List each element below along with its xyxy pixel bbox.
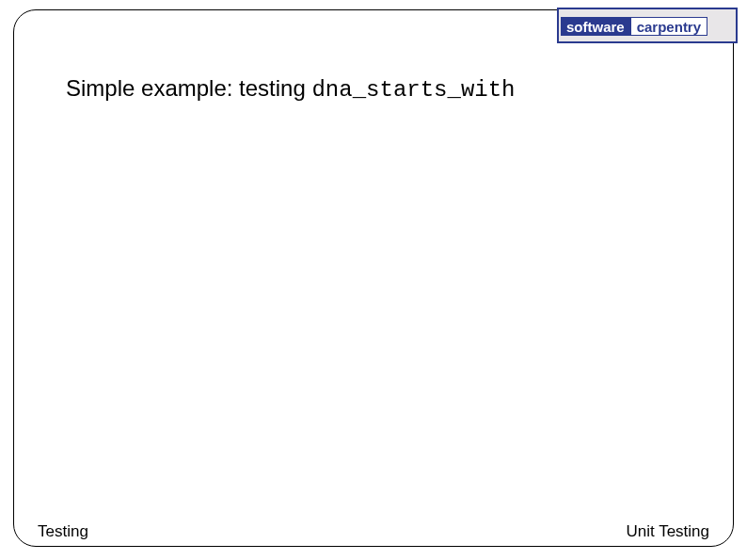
footer-right: Unit Testing — [626, 522, 709, 541]
logo-box: software carpentry — [557, 8, 738, 43]
logo-bottom-strip — [563, 35, 732, 40]
footer-left: Testing — [38, 522, 88, 541]
logo-word-right: carpentry — [630, 17, 707, 36]
title-prefix: Simple example: testing — [66, 75, 311, 101]
logo-word-left: software — [561, 17, 630, 36]
logo-main: software carpentry — [561, 17, 734, 36]
title-code: dna_starts_with — [311, 77, 515, 103]
logo: software carpentry — [557, 8, 738, 43]
slide-title: Simple example: testing dna_starts_with — [66, 75, 516, 103]
